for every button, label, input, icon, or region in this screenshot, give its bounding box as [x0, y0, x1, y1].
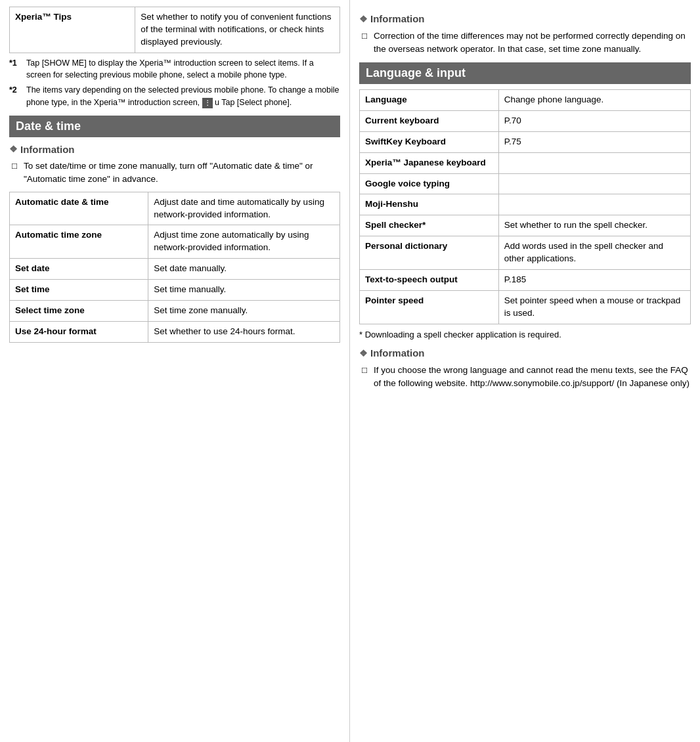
row-label: Xperia™ Tips: [10, 7, 135, 53]
row-value: Change phone language.: [498, 90, 690, 111]
footnote-marker: *2: [9, 84, 24, 109]
row-value: Set whether to use 24-hours format.: [148, 321, 340, 342]
row-label: Google voice typing: [360, 173, 499, 194]
row-value: Set pointer speed when a mouse or trackp…: [498, 290, 690, 324]
diamond-icon-right: ❖: [359, 12, 368, 26]
footnote-marker: *1: [9, 57, 24, 82]
table-row: Text-to-speech outputP.185: [360, 270, 691, 291]
row-value: Adjust date and time automatically by us…: [148, 192, 340, 225]
left-footnotes: *1Tap [SHOW ME] to display the Xperia™ i…: [9, 57, 340, 109]
row-label: Current keyboard: [360, 110, 499, 131]
table-row: Use 24-hour formatSet whether to use 24-…: [10, 321, 340, 342]
row-label: Select time zone: [10, 301, 148, 322]
row-value: P.75: [498, 131, 690, 152]
row-value: Set date manually.: [148, 259, 340, 280]
row-value: Set whether to run the spell checker.: [498, 215, 690, 236]
row-value: Set time zone manually.: [148, 301, 340, 322]
row-value: Adjust time zone automatically by using …: [148, 225, 340, 259]
language-header: Language & input: [359, 62, 691, 84]
right-bottom-info-bullet: □ If you choose the wrong language and c…: [359, 364, 691, 391]
table-row: Personal dictionaryAdd words used in the…: [360, 236, 691, 270]
table-row: Automatic time zoneAdjust time zone auto…: [10, 225, 340, 259]
row-value: Set whether to notify you of convenient …: [135, 7, 340, 53]
row-label: Moji-Henshu: [360, 194, 499, 215]
right-top-info: ❖ Information □ Correction of the time d…: [359, 12, 691, 56]
row-value: P.70: [498, 110, 690, 131]
table-row: Pointer speedSet pointer speed when a mo…: [360, 290, 691, 324]
footnote-item: *1Tap [SHOW ME] to display the Xperia™ i…: [9, 57, 340, 82]
row-label: Set date: [10, 259, 148, 280]
date-time-header: Date & time: [9, 116, 340, 137]
language-table: LanguageChange phone language.Current ke…: [359, 89, 691, 324]
table-row: LanguageChange phone language.: [360, 90, 691, 111]
row-value: [498, 152, 690, 173]
right-bottom-info: ❖ Information □ If you choose the wrong …: [359, 346, 691, 390]
diamond-icon-bottom: ❖: [359, 347, 368, 360]
row-label: Automatic time zone: [10, 225, 148, 259]
date-time-table: Automatic date & timeAdjust date and tim…: [9, 192, 340, 343]
row-value: Set time manually.: [148, 280, 340, 301]
row-label: Xperia™ Japanese keyboard: [360, 152, 499, 173]
table-row: Set timeSet time manually.: [10, 280, 340, 301]
table-row: Set dateSet date manually.: [10, 259, 340, 280]
bullet-symbol-right: □: [362, 30, 370, 56]
row-value: [498, 194, 690, 215]
table-row: Spell checker*Set whether to run the spe…: [360, 215, 691, 236]
footnote-text: Tap [SHOW ME] to display the Xperia™ int…: [26, 57, 340, 82]
row-label: Automatic date & time: [10, 192, 148, 225]
xperia-tips-table: Xperia™ TipsSet whether to notify you of…: [9, 7, 340, 53]
right-bottom-info-title: ❖ Information: [359, 346, 691, 361]
table-row: Moji-Henshu: [360, 194, 691, 215]
row-value: [498, 173, 690, 194]
left-column: Xperia™ TipsSet whether to notify you of…: [0, 0, 350, 742]
date-time-info-bullet: □ To set date/time or time zone manually…: [9, 160, 340, 186]
right-column: ❖ Information □ Correction of the time d…: [350, 0, 700, 742]
footnote-item: *2The items vary depending on the select…: [9, 84, 340, 109]
row-value: Add words used in the spell checker and …: [498, 236, 690, 270]
footnote-text: The items vary depending on the selected…: [26, 84, 340, 109]
bullet-symbol-bottom: □: [362, 364, 370, 391]
table-row: Automatic date & timeAdjust date and tim…: [10, 192, 340, 225]
table-row: Google voice typing: [360, 173, 691, 194]
menu-icon: ⋮: [202, 98, 213, 108]
right-top-info-bullet: □ Correction of the time differences may…: [359, 30, 691, 56]
row-label: Personal dictionary: [360, 236, 499, 270]
date-time-info: ❖ Information □ To set date/time or time…: [9, 142, 340, 186]
table-row: Current keyboardP.70: [360, 110, 691, 131]
table-row: SwiftKey KeyboardP.75: [360, 131, 691, 152]
row-label: SwiftKey Keyboard: [360, 131, 499, 152]
row-value: P.185: [498, 270, 690, 291]
right-top-info-title: ❖ Information: [359, 12, 691, 27]
table-row: Select time zoneSet time zone manually.: [10, 301, 340, 322]
spell-checker-footnote: * Downloading a spell checker applicatio…: [359, 328, 691, 341]
table-row: Xperia™ TipsSet whether to notify you of…: [10, 7, 340, 53]
row-label: Pointer speed: [360, 290, 499, 324]
row-label: Use 24-hour format: [10, 321, 148, 342]
row-label: Language: [360, 90, 499, 111]
table-row: Xperia™ Japanese keyboard: [360, 152, 691, 173]
row-label: Text-to-speech output: [360, 270, 499, 291]
date-time-info-title: ❖ Information: [9, 142, 340, 158]
bullet-symbol: □: [12, 160, 20, 186]
row-label: Spell checker*: [360, 215, 499, 236]
row-label: Set time: [10, 280, 148, 301]
diamond-icon: ❖: [9, 142, 18, 156]
